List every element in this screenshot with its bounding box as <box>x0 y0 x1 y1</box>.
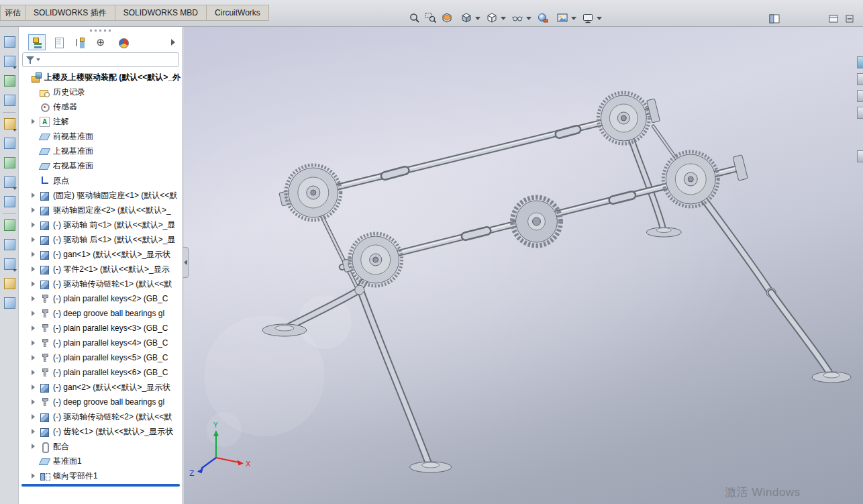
left-tool-icon[interactable] <box>2 155 17 171</box>
expand-arrow-icon[interactable] <box>32 119 40 124</box>
expand-arrow-icon[interactable] <box>32 222 40 228</box>
tree-item[interactable]: 原点 <box>19 173 183 188</box>
apply-scene-dropdown-icon[interactable] <box>571 17 576 20</box>
expand-arrow-icon[interactable] <box>32 399 40 405</box>
tree-item[interactable]: (-) deep groove ball bearings gl <box>19 306 183 321</box>
tree-item[interactable]: 传感器 <box>19 99 183 114</box>
expand-arrow-icon[interactable] <box>32 385 40 390</box>
filter-dropdown-icon[interactable] <box>36 58 40 61</box>
panel-flyout-arrow-icon[interactable] <box>168 35 179 50</box>
graphics-area[interactable]: Y X Z 激活 Windows <box>184 27 863 504</box>
expand-arrow-icon[interactable] <box>32 266 40 272</box>
hide-show-items-dropdown-icon[interactable] <box>526 17 531 20</box>
expand-arrow-icon[interactable] <box>32 444 40 449</box>
rollback-bar[interactable] <box>21 484 180 487</box>
tree-item[interactable]: 右视基准面 <box>19 158 183 173</box>
gear[interactable] <box>513 197 561 246</box>
cad-model[interactable]: Y X Z <box>184 27 863 504</box>
left-tool-icon[interactable] <box>2 116 17 132</box>
left-tool-icon[interactable] <box>2 34 17 50</box>
left-tool-icon[interactable] <box>2 237 17 253</box>
expand-arrow-icon[interactable] <box>32 252 40 257</box>
tab-circuitworks[interactable]: CircuitWorks <box>207 5 269 21</box>
tree-item[interactable]: (-) plain parallel keys<6> (GB_C <box>19 365 183 380</box>
tab-configurationmanager[interactable] <box>71 34 89 50</box>
left-tool-icon[interactable] <box>2 217 17 234</box>
left-tool-icon[interactable] <box>2 54 17 70</box>
tree-item[interactable]: (-) plain parallel keys<5> (GB_C <box>19 350 183 365</box>
left-tool-icon[interactable] <box>2 276 17 292</box>
tree-item[interactable]: (-) gan<2> (默认<<默认>_显示状 <box>19 380 183 395</box>
tree-item[interactable]: (-) 齿轮<1> (默认<<默认>_显示状 <box>19 424 183 439</box>
tree-item[interactable]: (-) deep groove ball bearings gl <box>19 395 183 409</box>
viewport-layout-icon[interactable] <box>825 11 842 27</box>
tree-item[interactable]: (-) 驱动轴传动链轮<2> (默认<<默 <box>19 409 183 424</box>
section-view-icon[interactable] <box>439 10 455 26</box>
tab-propertymanager[interactable] <box>50 34 67 50</box>
view-orientation-dropdown-icon[interactable] <box>475 17 480 20</box>
expand-arrow-icon[interactable] <box>32 281 40 287</box>
left-tool-icon[interactable] <box>2 136 17 152</box>
expand-arrow-icon[interactable] <box>32 325 40 331</box>
tab-displaymanager[interactable] <box>114 34 132 50</box>
expand-arrow-icon[interactable] <box>32 355 40 360</box>
featuremanager-collapse-icon[interactable] <box>766 11 782 27</box>
apply-scene-icon[interactable] <box>554 10 570 26</box>
tree-item[interactable]: 上视基准面 <box>19 144 183 158</box>
sprocket-front-right[interactable] <box>663 152 718 207</box>
expand-arrow-icon[interactable] <box>32 207 40 213</box>
expand-arrow-icon[interactable] <box>32 311 40 316</box>
tree-item[interactable]: 基准面1 <box>19 454 183 468</box>
task-pane-tab-icon[interactable] <box>857 150 863 162</box>
expand-arrow-icon[interactable] <box>32 340 40 346</box>
tree-item[interactable]: 驱动轴固定座<2> (默认<<默认>_ <box>19 203 183 217</box>
task-pane-tab-icon[interactable] <box>857 56 863 68</box>
tree-item[interactable]: 镜向零部件1 <box>19 468 183 483</box>
tab-dimxpertmanager[interactable] <box>93 34 110 50</box>
expand-arrow-icon[interactable] <box>32 237 40 242</box>
left-tool-icon[interactable] <box>2 93 17 109</box>
panel-splitter-grip[interactable] <box>19 27 183 34</box>
sprocket-rear-right[interactable] <box>598 93 649 144</box>
tree-item[interactable]: 配合 <box>19 439 183 454</box>
task-pane-tab-icon[interactable] <box>857 107 863 119</box>
tree-item[interactable]: (-) 驱动轴 前<1> (默认<<默认>_显 <box>19 217 183 232</box>
left-tool-icon[interactable] <box>2 174 17 191</box>
left-tool-icon[interactable] <box>2 295 17 311</box>
view-orientation-icon[interactable] <box>458 10 474 26</box>
tree-item[interactable]: (-) plain parallel keys<4> (GB_C <box>19 336 183 350</box>
expand-arrow-icon[interactable] <box>32 473 40 478</box>
view-settings-icon[interactable] <box>580 10 596 26</box>
expand-arrow-icon[interactable] <box>32 193 40 198</box>
expand-arrow-icon[interactable] <box>32 429 40 434</box>
expand-arrow-icon[interactable] <box>32 370 40 375</box>
tree-item[interactable]: 注解 <box>19 114 183 129</box>
view-settings-dropdown-icon[interactable] <box>597 17 602 20</box>
tree-item[interactable]: (-) plain parallel keys<2> (GB_C <box>19 291 183 306</box>
tab-featuremanager[interactable] <box>28 34 46 50</box>
expand-arrow-icon[interactable] <box>32 414 40 419</box>
tree-filter-box[interactable] <box>22 52 179 67</box>
display-style-dropdown-icon[interactable] <box>501 17 506 20</box>
panel-collapse-handle[interactable] <box>183 247 189 278</box>
tree-item[interactable]: (-) plain parallel keys<3> (GB_C <box>19 321 183 336</box>
hide-show-items-icon[interactable] <box>509 10 525 26</box>
left-tool-icon[interactable] <box>2 194 17 210</box>
tab-evaluate[interactable]: 评估 <box>0 5 26 21</box>
left-tool-icon[interactable] <box>2 73 17 89</box>
tree-item[interactable]: 上楼及上楼驱动装配 (默认<<默认>_外 <box>19 70 183 85</box>
sprocket-front-left[interactable] <box>350 234 402 286</box>
sprocket-rear-left[interactable] <box>286 165 341 220</box>
expand-arrow-icon[interactable] <box>32 296 40 301</box>
support-legs[interactable] <box>262 126 851 472</box>
tree-item[interactable]: (-) 驱动轴传动链轮<1> (默认<<默 <box>19 276 183 291</box>
tree-item[interactable]: (固定) 驱动轴固定座<1> (默认<<默 <box>19 188 183 203</box>
zoom-fit-icon[interactable] <box>407 10 423 26</box>
tree-item[interactable]: 前视基准面 <box>19 129 183 144</box>
edit-appearance-icon[interactable] <box>535 10 551 26</box>
tab-solidworks-mbd[interactable]: SOLIDWORKS MBD <box>115 5 207 21</box>
zoom-to-area-icon[interactable] <box>423 10 439 26</box>
tree-item[interactable]: (-) 零件2<1> (默认<<默认>_显示 <box>19 262 183 276</box>
tree-item[interactable]: (-) gan<1> (默认<<默认>_显示状 <box>19 247 183 262</box>
display-style-icon[interactable] <box>484 10 500 26</box>
